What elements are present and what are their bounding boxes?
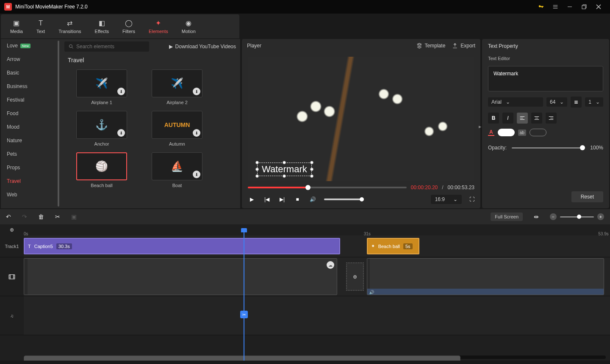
- redo-button[interactable]: ↷: [22, 213, 27, 220]
- playhead[interactable]: ✂: [244, 235, 244, 361]
- resize-handle[interactable]: [310, 168, 313, 171]
- close-icon[interactable]: [591, 0, 606, 14]
- minimize-icon[interactable]: [563, 0, 577, 14]
- resize-handle[interactable]: [310, 161, 313, 164]
- element-item[interactable]: AUTUMN⬇Autumn: [143, 111, 211, 146]
- bold-button[interactable]: B: [488, 113, 499, 124]
- prev-frame-button[interactable]: |◀: [263, 196, 271, 202]
- tab-text[interactable]: T Text: [30, 16, 52, 37]
- seek-bar[interactable]: [248, 187, 407, 188]
- text-color-chip[interactable]: [498, 129, 515, 136]
- highlight-color-icon[interactable]: ab: [518, 130, 526, 136]
- resize-handle[interactable]: [255, 161, 259, 164]
- fullscreen-timeline-button[interactable]: Full Screen: [491, 212, 523, 221]
- zoom-slider[interactable]: [560, 216, 594, 218]
- category-item-arrow[interactable]: Arrow: [1, 52, 60, 66]
- element-item[interactable]: ✈️⬇Airplane 1: [68, 69, 136, 105]
- font-size-select[interactable]: 64⌄: [546, 97, 567, 107]
- category-item-web[interactable]: Web: [1, 188, 60, 201]
- search-elements-input[interactable]: [64, 41, 149, 52]
- highlight-color-chip[interactable]: [530, 129, 546, 136]
- element-item[interactable]: ⛵⬇Boat: [143, 152, 211, 188]
- element-thumbnail[interactable]: 🏐: [76, 152, 127, 180]
- video-clip[interactable]: 🔊: [367, 258, 604, 295]
- category-scrollbar[interactable]: [58, 41, 59, 207]
- resize-handle[interactable]: [283, 174, 286, 178]
- font-family-select[interactable]: Arial⌄: [488, 97, 543, 107]
- template-button[interactable]: Template: [416, 43, 446, 49]
- align-center-button[interactable]: [531, 113, 542, 124]
- tab-motion[interactable]: ◉ Motion: [175, 16, 202, 37]
- download-icon[interactable]: ⬇: [193, 129, 200, 137]
- download-youtube-link[interactable]: ▶ Download YouTube Videos: [169, 44, 236, 50]
- zoom-in-button[interactable]: +: [597, 213, 604, 220]
- next-frame-button[interactable]: ▶|: [278, 196, 286, 202]
- category-item-travel[interactable]: Travel: [1, 174, 60, 188]
- aspect-ratio-select[interactable]: 16:9 ⌄: [431, 195, 462, 204]
- line-spacing-icon[interactable]: ≣: [571, 97, 582, 108]
- video-clip[interactable]: ☁: [24, 258, 337, 295]
- category-item-festival[interactable]: Festival: [1, 93, 60, 107]
- category-item-food[interactable]: Food: [1, 107, 60, 120]
- resize-handle[interactable]: [283, 161, 286, 164]
- crop-button[interactable]: ▣: [71, 213, 77, 220]
- resize-handle[interactable]: [310, 174, 313, 178]
- preview-viewport[interactable]: Watermark: [248, 57, 474, 181]
- zoom-out-button[interactable]: −: [550, 213, 557, 220]
- download-icon[interactable]: ⬇: [117, 88, 125, 95]
- caption-clip[interactable]: TCaption530.3s: [24, 238, 340, 254]
- category-item-basic[interactable]: Basic: [1, 66, 60, 80]
- watermark-overlay[interactable]: Watermark: [257, 163, 312, 176]
- export-button[interactable]: Export: [452, 43, 475, 49]
- element-thumbnail[interactable]: ✈️⬇: [152, 69, 202, 97]
- category-item-love[interactable]: LoveNew: [1, 39, 60, 52]
- category-item-pets[interactable]: Pets: [1, 147, 60, 161]
- download-icon[interactable]: ⬇: [193, 171, 200, 178]
- maximize-icon[interactable]: [577, 0, 591, 14]
- category-item-props[interactable]: Props: [1, 161, 60, 174]
- resize-handle[interactable]: [255, 168, 259, 171]
- element-thumbnail[interactable]: ✈️⬇: [76, 69, 127, 97]
- volume-slider[interactable]: [324, 199, 362, 200]
- italic-button[interactable]: I: [502, 113, 513, 124]
- reset-button[interactable]: Reset: [571, 191, 603, 202]
- download-icon[interactable]: ⬇: [193, 88, 200, 95]
- add-track-button[interactable]: ⊕: [0, 227, 24, 233]
- category-item-business[interactable]: Business: [1, 80, 60, 93]
- element-item[interactable]: 🏐Beach ball: [68, 152, 136, 188]
- tab-elements[interactable]: ✦ Elements: [142, 16, 175, 37]
- tab-filters[interactable]: ◯ Filters: [116, 16, 142, 37]
- transition-slot[interactable]: ⊕: [346, 262, 364, 291]
- volume-icon[interactable]: 🔊: [309, 196, 316, 202]
- line-height-select[interactable]: 1⌄: [585, 97, 603, 107]
- collapse-panel-icon[interactable]: ▸: [479, 124, 481, 130]
- activate-key-icon[interactable]: [534, 0, 548, 14]
- delete-button[interactable]: 🗑: [38, 213, 44, 220]
- timeline-horizontal-scrollbar[interactable]: [24, 356, 606, 359]
- stop-button[interactable]: ■: [294, 196, 301, 202]
- category-item-mood[interactable]: Mood: [1, 120, 60, 134]
- play-button[interactable]: ▶: [248, 196, 255, 202]
- element-item[interactable]: ✈️⬇Airplane 2: [143, 69, 211, 105]
- tab-transitions[interactable]: ⇄ Transitions: [52, 16, 88, 37]
- tab-media[interactable]: ▣ Media: [3, 16, 30, 37]
- download-icon[interactable]: ⬇: [117, 129, 125, 137]
- auto-fit-icon[interactable]: ⇹: [534, 213, 539, 220]
- text-color-icon[interactable]: A: [488, 129, 494, 136]
- split-at-playhead-icon[interactable]: ✂: [240, 311, 248, 318]
- element-item[interactable]: ⚓⬇Anchor: [68, 111, 136, 146]
- element-thumbnail[interactable]: AUTUMN⬇: [152, 111, 202, 139]
- element-clip[interactable]: ✦Beach ball5s: [367, 238, 420, 254]
- split-button[interactable]: ✂: [55, 213, 60, 220]
- fullscreen-preview-icon[interactable]: ⛶: [469, 196, 474, 202]
- menu-icon[interactable]: [548, 0, 563, 14]
- element-thumbnail[interactable]: ⛵⬇: [152, 152, 202, 180]
- resize-handle[interactable]: [255, 174, 259, 178]
- category-item-nature[interactable]: Nature: [1, 134, 60, 147]
- align-left-button[interactable]: [517, 113, 528, 124]
- text-content-input[interactable]: Watermark: [488, 66, 603, 91]
- element-thumbnail[interactable]: ⚓⬇: [76, 111, 127, 139]
- align-right-button[interactable]: [546, 113, 557, 124]
- tab-effects[interactable]: ◧ Effects: [88, 16, 116, 37]
- undo-button[interactable]: ↶: [6, 213, 11, 220]
